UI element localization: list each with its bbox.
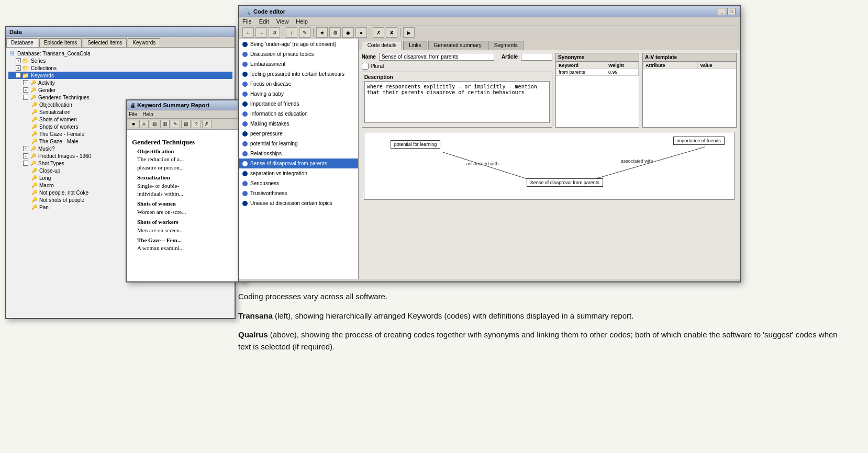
- tb-star[interactable]: ★: [316, 27, 328, 38]
- tab-generated-summary[interactable]: Generated summary: [428, 41, 487, 50]
- q-menu-help[interactable]: Help: [296, 18, 308, 25]
- code-item-selected[interactable]: Sense of disaproval from parents: [239, 158, 358, 168]
- tree-root[interactable]: 🗄 Database: Transana_CocaCola: [8, 50, 232, 57]
- sw-label: Shots of women: [39, 117, 77, 122]
- code-label: potential for learning: [250, 140, 298, 148]
- code-item[interactable]: Embarassment: [239, 59, 358, 69]
- series-expand[interactable]: +: [16, 58, 21, 63]
- gt-expand[interactable]: -: [23, 95, 28, 100]
- tb-edit[interactable]: ✎: [299, 27, 310, 38]
- tab-keywords[interactable]: Keywords: [128, 38, 160, 47]
- collections-expand[interactable]: +: [16, 65, 21, 71]
- tb-btn-3[interactable]: ▤: [150, 120, 159, 128]
- tb-btn-8[interactable]: ✗: [202, 120, 212, 128]
- code-item[interactable]: Information as education: [239, 109, 358, 119]
- article-input[interactable]: [521, 53, 552, 61]
- tab-database[interactable]: Database: [6, 38, 38, 47]
- code-item[interactable]: Discussion of private topics: [239, 49, 358, 59]
- tb-refresh[interactable]: ↺: [269, 27, 280, 38]
- pi-expand[interactable]: +: [23, 153, 28, 158]
- tb-play[interactable]: ▶: [403, 27, 415, 38]
- st-expand[interactable]: -: [23, 161, 28, 166]
- caption-area: Coding processes vary across all softwar…: [238, 290, 851, 359]
- maximize-button[interactable]: □: [727, 8, 736, 15]
- qualrus-title-left: 🔍 Code editor: [243, 8, 285, 15]
- cu-label: Close-up: [39, 168, 60, 174]
- tb-gear[interactable]: ⚙: [329, 27, 341, 38]
- tb-btn-6[interactable]: ▨: [181, 120, 191, 128]
- ks-menu-file[interactable]: File: [129, 111, 137, 117]
- tb-btn-7[interactable]: ?: [192, 120, 201, 128]
- tab-code-details[interactable]: Code details: [362, 41, 403, 50]
- keyword-summary-titlebar: 🖨 Keyword Summary Report: [127, 100, 245, 110]
- code-item[interactable]: Unease at discussion certain topics: [239, 198, 358, 208]
- code-item[interactable]: Focus on disease: [239, 79, 358, 89]
- activity-expand[interactable]: +: [23, 80, 28, 85]
- code-item[interactable]: potential for learning: [239, 139, 358, 149]
- tb-btn-1[interactable]: ■: [129, 120, 138, 128]
- plural-checkbox[interactable]: [362, 63, 369, 70]
- tab-links[interactable]: Links: [403, 41, 427, 50]
- q-menu-edit[interactable]: Edit: [259, 18, 269, 25]
- tree-series[interactable]: + 📁 Series: [8, 57, 232, 64]
- tb-diamond[interactable]: ◆: [342, 27, 354, 38]
- tab-selected-items[interactable]: Selected Items: [83, 38, 127, 47]
- code-item[interactable]: Being 'under-age' [re age of consent]: [239, 39, 358, 49]
- series-label: Series: [31, 58, 46, 64]
- key-icon-gt: 🔑: [29, 94, 37, 100]
- tb-x2[interactable]: ✘: [386, 27, 397, 38]
- music-expand[interactable]: +: [23, 146, 28, 151]
- link-diagram: potential for learning importance of fri…: [364, 132, 735, 200]
- kw-shots-workers-text: Shots of workers Men are on screen...: [137, 218, 240, 234]
- diagram-node-sense: Sense of disaproval from parents: [527, 178, 603, 187]
- key-icon-music: 🔑: [29, 145, 37, 152]
- tb-back[interactable]: ←: [242, 27, 254, 38]
- kw-sexualization-text: Sexualization Single- or double- individ…: [137, 174, 240, 198]
- qualrus-title: Code editor: [253, 8, 285, 15]
- caption-transana-rest: (left), showing hierarchically arranged …: [273, 311, 633, 320]
- plural-row: Plural: [362, 63, 552, 70]
- code-label: feeling pressured into certain behaviour…: [250, 70, 344, 78]
- tb-sort[interactable]: ↕: [286, 27, 297, 38]
- key-icon-pi: 🔑: [29, 153, 37, 159]
- q-menu-file[interactable]: File: [242, 18, 252, 25]
- tb-forward[interactable]: →: [255, 27, 267, 38]
- tb-sep1: [283, 28, 283, 37]
- code-item[interactable]: feeling pressured into certain behaviour…: [239, 69, 358, 79]
- code-item[interactable]: separation vs integration: [239, 168, 358, 178]
- tb-btn-5[interactable]: ✎: [171, 120, 180, 128]
- ks-menu-help[interactable]: Help: [142, 111, 153, 117]
- code-item[interactable]: Relationships: [239, 149, 358, 158]
- code-item[interactable]: Seriousness: [239, 178, 358, 188]
- tb-x1[interactable]: ✗: [373, 27, 384, 38]
- description-textarea[interactable]: where respondents explicitly - or implic…: [364, 81, 550, 123]
- tab-episode-items[interactable]: Episode Items: [39, 38, 82, 47]
- tree-activity[interactable]: + 🔑 Activity: [8, 79, 232, 86]
- name-input[interactable]: [379, 53, 494, 61]
- keywords-expand[interactable]: -: [16, 73, 21, 78]
- gender-expand[interactable]: +: [23, 87, 28, 93]
- description-box: Description where respondents explicitly…: [362, 72, 552, 128]
- code-bullet: [242, 101, 248, 107]
- pan-label: Pan: [39, 205, 49, 210]
- key-icon-sex: 🔑: [30, 109, 38, 115]
- tree-gender[interactable]: + 🔑 Gender: [8, 86, 232, 94]
- gt-label: Gendered Techniques: [38, 95, 90, 100]
- code-item[interactable]: Trustworthiness: [239, 188, 358, 198]
- keyword-menu: File Help: [127, 110, 245, 119]
- tb-btn-4[interactable]: ▥: [160, 120, 170, 128]
- q-menu-view[interactable]: View: [276, 18, 289, 25]
- code-item[interactable]: Making mistakes: [239, 119, 358, 129]
- tb-circle[interactable]: ●: [355, 27, 367, 38]
- tb-btn-2[interactable]: A: [139, 120, 149, 128]
- syn-col-keyword: Keyword: [557, 62, 606, 69]
- tree-keywords[interactable]: - 📁 Keywords: [8, 72, 232, 79]
- tree-collections[interactable]: + 📁 Collections: [8, 64, 232, 72]
- tab-segments[interactable]: Segments: [488, 41, 524, 50]
- code-item[interactable]: importance of friends: [239, 99, 358, 109]
- code-item[interactable]: Having a baby: [239, 89, 358, 99]
- code-item[interactable]: peer pressure: [239, 129, 358, 139]
- av-template-box: A-V template Attribute Value: [642, 53, 737, 128]
- keyword-content: Gendered Techniques Objectification The …: [127, 130, 245, 274]
- minimize-button[interactable]: _: [718, 8, 726, 15]
